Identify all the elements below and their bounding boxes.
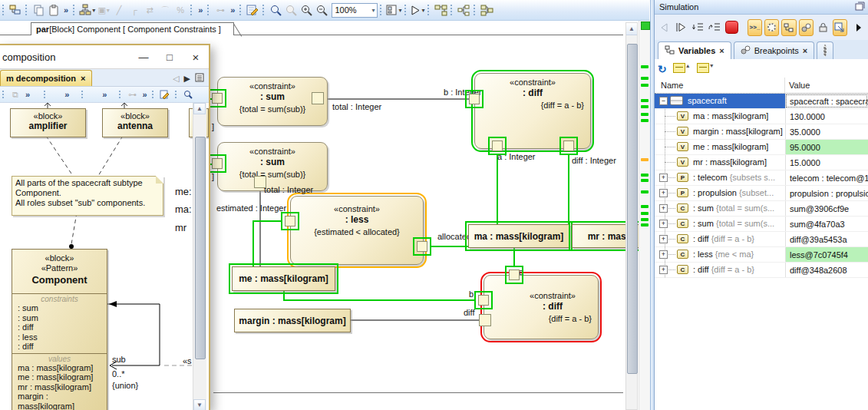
toolbar-drag-handle[interactable] (206, 4, 210, 17)
diagram-hierarchy-icon[interactable]: ▾ (79, 2, 95, 18)
toolbar-drag-handle[interactable] (2, 90, 5, 100)
validation-icon[interactable] (246, 2, 259, 18)
structure-browser-icon[interactable] (480, 2, 493, 18)
constraint-block-diff-bottom[interactable]: «constraint» : diff {diff = a - b} (484, 275, 599, 339)
zoom-in-icon[interactable] (299, 2, 313, 18)
port-diffbottom-a[interactable] (505, 266, 523, 284)
annotation-mark[interactable] (641, 105, 649, 108)
variables-view-toggle-icon[interactable] (781, 19, 796, 36)
row-value-cell[interactable]: spacecraft : spacecra (785, 94, 868, 108)
add-port-icon[interactable]: ▣▾ (97, 2, 111, 18)
dropdown-arrow-icon[interactable]: ▾ (398, 7, 401, 14)
split-path-icon[interactable]: % (173, 2, 187, 18)
scrollbar-thumb[interactable] (195, 137, 206, 359)
row-value-cell[interactable]: 95.0000 (785, 140, 868, 154)
toolbar-drag-handle[interactable] (174, 90, 178, 100)
breakpoints-view-toggle-icon[interactable] (799, 19, 814, 36)
annotation-mark[interactable] (641, 190, 649, 193)
toolbar-drag-handle[interactable] (118, 90, 122, 100)
copy-icon[interactable] (31, 2, 45, 18)
port-diffbottom-b[interactable] (474, 291, 493, 309)
zoom-tool-icon[interactable] (269, 2, 282, 18)
row-name-cell[interactable]: V margin : mass[kilogram] (655, 124, 785, 139)
variables-table-row[interactable]: V mr : mass[kilogram] 15.0000 (655, 155, 868, 170)
row-name-cell[interactable]: V mr : mass[kilogram] (655, 155, 785, 170)
window-title-bar[interactable]: composition — □ × (0, 45, 209, 69)
port-sum1-sub[interactable] (208, 89, 226, 107)
decomposition-window[interactable]: composition — □ × m decomposition × ◁ ▶ … (0, 44, 210, 410)
dropdown-arrow-icon[interactable]: ▾ (92, 7, 95, 14)
row-expander-icon[interactable]: + (659, 174, 668, 182)
annotation-mark[interactable] (641, 65, 649, 68)
annotation-mark[interactable] (641, 119, 649, 122)
nav-forward-icon[interactable]: ▶ (184, 74, 190, 84)
toolbar-drag-handle[interactable] (379, 4, 383, 17)
nav-back-icon[interactable]: ◁ (173, 74, 179, 84)
toolbar-drag-handle[interactable] (404, 4, 408, 17)
toolbar-overflow-button[interactable]: » (230, 5, 235, 15)
annotation-mark[interactable] (641, 212, 649, 215)
scroll-up-icon[interactable]: ▲ (626, 23, 637, 35)
step-over-icon[interactable] (708, 19, 722, 36)
annotation-mark[interactable] (641, 77, 649, 80)
row-expander-icon[interactable]: + (659, 204, 668, 213)
maximize-button[interactable]: □ (157, 51, 183, 63)
relation-map-icon[interactable] (457, 2, 470, 18)
row-value-cell[interactable]: diff@39a5453a (785, 232, 868, 246)
annotation-mark[interactable] (641, 223, 649, 226)
toolbar-drag-handle[interactable] (190, 4, 193, 17)
zoom-out-icon[interactable] (315, 2, 328, 18)
constraint-block-sum-2[interactable]: «constraint» : sum {total = sum(sub)} (217, 142, 328, 191)
toolbar-overflow-button[interactable]: » (142, 90, 147, 99)
row-name-cell[interactable]: V ma : mass[kilogram] (655, 109, 785, 124)
curved-path-icon[interactable]: ⌒ (158, 2, 172, 18)
row-value-cell[interactable]: propulsion : propulsion (785, 186, 868, 200)
annotation-mark[interactable] (641, 158, 649, 161)
collapse-all-icon[interactable]: ▼ (697, 63, 715, 74)
toolbar-overflow-button[interactable]: » (198, 5, 203, 15)
row-value-cell[interactable]: sum@4fa70a3 (785, 217, 868, 231)
variables-table-row[interactable]: + C : sum {total = sum(s... sum@3906cf9e (655, 201, 868, 217)
variables-table-header[interactable]: Name Value (655, 78, 868, 94)
containment-tree-icon[interactable] (8, 2, 22, 18)
paste-icon[interactable] (47, 2, 61, 18)
run-simulation-icon[interactable]: ▾ (411, 2, 424, 18)
zoom-tool-icon[interactable] (181, 89, 195, 100)
toolbar-drag-handle[interactable] (239, 4, 243, 17)
column-header-value[interactable]: Value (785, 78, 868, 93)
stop-icon[interactable] (724, 19, 739, 36)
port-less-allocated[interactable] (413, 237, 431, 256)
variables-table-row[interactable]: − spacecraft spacecraft : spacecra (655, 94, 868, 109)
block-antenna[interactable]: «block» antenna (102, 108, 168, 137)
dock-icon[interactable]: ⊶ (125, 89, 139, 100)
block-amplifier[interactable]: «block» amplifier (10, 108, 86, 137)
variables-table-row[interactable]: V me : mass[kilogram] 95.0000 (655, 140, 868, 155)
row-name-cell[interactable]: + C : diff {diff = a - b} (655, 232, 785, 246)
toolbar-drag-handle[interactable] (81, 90, 84, 100)
port-sum2-sub[interactable] (208, 154, 226, 173)
part-block-margin[interactable]: margin : mass[kilogram] (234, 309, 351, 332)
variables-table-row[interactable]: + C : diff {diff = a - b} diff@348a2608 (655, 263, 868, 278)
toolbar-drag-handle[interactable] (72, 4, 76, 17)
row-expander-icon[interactable]: + (659, 220, 668, 228)
oblique-path-icon[interactable]: ╱ (112, 2, 126, 18)
annotation-mark[interactable] (641, 179, 649, 182)
port-diffbottom-diff[interactable] (479, 314, 491, 326)
scroll-up-icon[interactable]: ▲ (193, 103, 206, 114)
tab-close-icon[interactable]: × (81, 74, 85, 83)
toolbar-drag-handle[interactable] (43, 90, 47, 100)
validation-icon[interactable] (158, 89, 172, 100)
row-value-cell[interactable]: 130.0000 (785, 109, 868, 124)
tab-close-icon[interactable]: × (719, 46, 724, 55)
annotation-toggle-square[interactable] (641, 21, 650, 30)
variables-table-row[interactable]: + C : diff {diff = a - b} diff@39a5453a (655, 232, 868, 247)
variables-table-row[interactable]: + C : sum {total = sum(s... sum@4fa70a3 (655, 217, 868, 232)
toolbar-more-icon[interactable] (851, 19, 866, 36)
toolbar-overflow-button[interactable]: » (64, 5, 68, 15)
port-sum1-total[interactable] (312, 92, 324, 104)
row-name-cell[interactable]: + C : sum {total = sum(s... (655, 217, 785, 231)
toolbar-drag-handle[interactable] (151, 90, 155, 100)
scrollbar-thumb[interactable] (627, 44, 638, 374)
row-value-cell[interactable]: 15.0000 (785, 155, 868, 170)
row-value-cell[interactable]: telecom : telecom@17 (785, 170, 868, 185)
